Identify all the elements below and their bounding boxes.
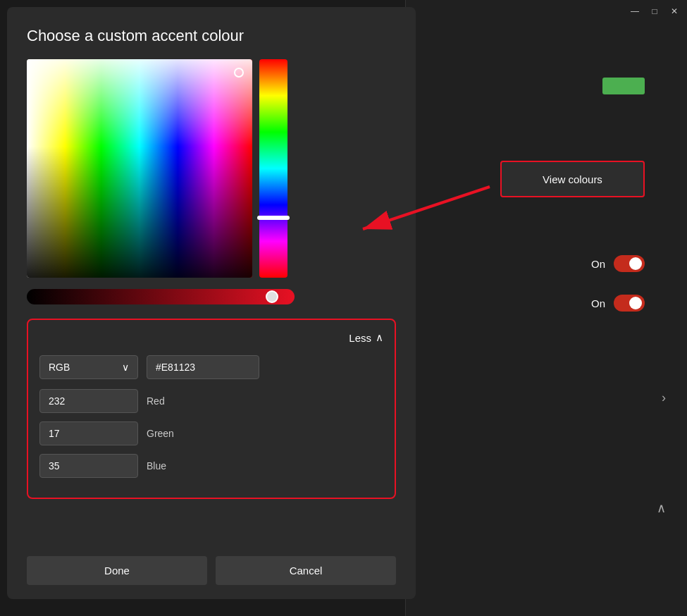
chevron-up-icon[interactable]: ∧ <box>657 500 666 516</box>
on-label-2: On <box>591 297 605 309</box>
green-input[interactable] <box>39 421 138 445</box>
red-input[interactable] <box>39 389 138 413</box>
red-row: Red <box>39 389 383 413</box>
brightness-handle <box>266 290 278 303</box>
dialog-title: Choose a custom accent colour <box>27 27 396 45</box>
model-dropdown-icon: ∨ <box>122 362 129 373</box>
toggle-row-2: On <box>591 295 645 312</box>
picker-cursor <box>234 68 244 78</box>
less-section: Less ∧ RGB ∨ Red Green Blue <box>27 319 396 499</box>
minimize-button[interactable]: — <box>629 6 640 17</box>
dialog-footer: Done Cancel <box>27 556 396 585</box>
blue-input[interactable] <box>39 454 138 478</box>
view-colours-button[interactable]: View colours <box>500 161 645 197</box>
green-accent-bar <box>602 78 645 94</box>
toggle-row-1: On <box>591 255 645 272</box>
close-button[interactable]: ✕ <box>669 6 680 17</box>
hex-input[interactable] <box>147 355 259 379</box>
color-picker-dialog: Choose a custom accent colour Less ∧ RGB… <box>7 7 416 599</box>
model-hex-row: RGB ∨ <box>39 355 383 379</box>
green-row: Green <box>39 421 383 445</box>
blue-label: Blue <box>147 460 189 472</box>
hue-handle <box>257 216 290 220</box>
brightness-slider[interactable] <box>27 289 295 304</box>
blue-row: Blue <box>39 454 383 478</box>
less-label: Less <box>349 332 371 344</box>
svg-line-1 <box>363 187 490 229</box>
toggle-switch-2[interactable] <box>614 295 645 312</box>
green-label: Green <box>147 428 189 439</box>
color-model-select[interactable]: RGB ∨ <box>39 355 138 379</box>
chevron-up-less-icon: ∧ <box>376 331 383 344</box>
lightness-overlay <box>27 59 252 278</box>
arrow-annotation <box>321 180 504 243</box>
less-toggle[interactable]: Less ∧ <box>39 331 383 344</box>
maximize-button[interactable]: □ <box>649 6 660 17</box>
chevron-right-icon[interactable]: › <box>662 390 666 405</box>
on-label-1: On <box>591 258 605 270</box>
model-label: RGB <box>49 362 70 373</box>
toggle-switch-1[interactable] <box>614 255 645 272</box>
picker-area <box>27 59 396 278</box>
hue-slider[interactable] <box>259 59 287 278</box>
color-gradient-picker[interactable] <box>27 59 252 278</box>
right-panel <box>405 0 687 616</box>
red-label: Red <box>147 395 189 407</box>
done-button[interactable]: Done <box>27 556 207 585</box>
cancel-button[interactable]: Cancel <box>216 556 396 585</box>
window-controls: — □ ✕ <box>629 6 680 17</box>
